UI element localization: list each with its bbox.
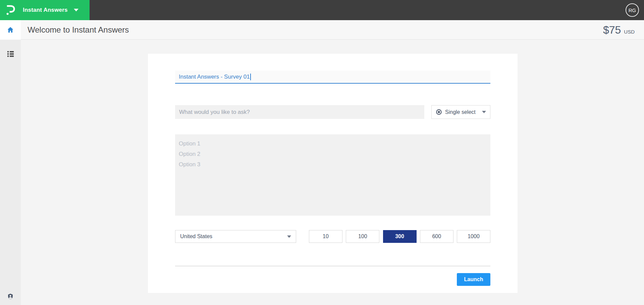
sidebar-item-home[interactable] [0,20,21,40]
chevron-down-icon [482,111,486,113]
launch-button[interactable]: Launch [457,273,490,286]
sidebar-item-account[interactable] [0,291,21,302]
user-avatar[interactable]: RG [626,3,639,17]
text-cursor [250,74,251,80]
chevron-down-icon [287,235,291,238]
sidebar [0,40,21,305]
survey-name-input[interactable]: Instant Answers - Survey 01 [175,71,490,84]
chevron-down-icon [74,9,78,11]
balance-currency: USD [624,29,635,35]
form-divider [175,266,490,266]
product-switcher[interactable]: Instant Answers [0,0,90,20]
country-value: United States [180,233,212,239]
balance-amount: $75 [603,20,621,40]
pollfish-logo-icon [5,4,15,16]
answer-options-textarea[interactable] [175,134,490,216]
count-button-600[interactable]: 600 [420,230,453,243]
count-button-1000[interactable]: 1000 [457,230,490,243]
sidebar-item-surveys-list[interactable] [0,45,21,62]
survey-name-value: Instant Answers - Survey 01 [179,74,250,80]
respondent-count-group: 10 100 300 600 1000 [309,230,490,243]
count-button-100[interactable]: 100 [346,230,379,243]
country-select[interactable]: United States [175,230,296,243]
product-name: Instant Answers [23,7,68,13]
top-bar: Instant Answers RG [0,0,644,20]
list-icon [7,50,14,58]
survey-builder-card: Instant Answers - Survey 01 Single selec… [148,54,518,293]
home-icon [7,26,14,34]
page-title: Welcome to Instant Answers [28,20,129,40]
count-button-300[interactable]: 300 [383,230,417,243]
avatar-initials: RG [629,7,636,13]
radio-selected-icon [436,109,442,115]
page-header: Welcome to Instant Answers $75 USD [0,20,644,40]
user-shield-icon [7,293,14,300]
question-input[interactable] [175,105,424,119]
question-type-select[interactable]: Single select [431,105,490,119]
question-type-value: Single select [445,109,476,115]
account-balance: $75 USD [603,20,635,40]
count-button-10[interactable]: 10 [309,230,342,243]
